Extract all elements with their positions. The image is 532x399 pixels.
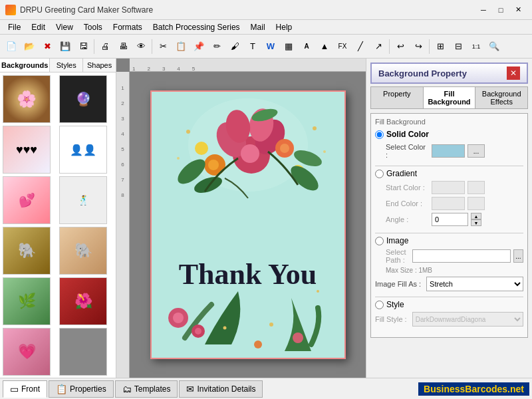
tab-front[interactable]: ▭ Front bbox=[3, 380, 47, 398]
image-label[interactable]: Image bbox=[386, 236, 408, 245]
tb-fx[interactable]: FX bbox=[334, 38, 351, 55]
angle-down-button[interactable]: ▼ bbox=[471, 219, 481, 226]
prop-tab-effects[interactable]: Background Effects bbox=[475, 87, 527, 108]
card-svg bbox=[152, 92, 344, 358]
svg-point-23 bbox=[177, 157, 180, 160]
tab-backgrounds[interactable]: Backgrounds bbox=[0, 59, 50, 72]
tb-align1[interactable]: ⊞ bbox=[432, 38, 449, 55]
ruler-num: 6 bbox=[121, 162, 124, 168]
menu-file[interactable]: File bbox=[3, 21, 26, 33]
menu-formats[interactable]: Formats bbox=[108, 21, 148, 33]
maximize-button[interactable]: □ bbox=[492, 3, 509, 17]
tb-close[interactable]: ✖ bbox=[39, 38, 56, 55]
ruler-mark: 1 bbox=[132, 66, 135, 72]
menu-mail[interactable]: Mail bbox=[245, 21, 271, 33]
tb-redo[interactable]: ↪ bbox=[410, 38, 427, 55]
tb-cut[interactable]: ✂ bbox=[154, 38, 172, 55]
bg-thumb-3[interactable]: ♥♥♥ bbox=[3, 126, 51, 174]
menu-tools[interactable]: Tools bbox=[78, 21, 108, 33]
tb-brush[interactable]: 🖌 bbox=[226, 38, 243, 55]
tb-zoom-fit[interactable]: 1:1 bbox=[467, 38, 485, 55]
svg-point-29 bbox=[173, 313, 184, 323]
gradient-label[interactable]: Gradient bbox=[386, 169, 417, 178]
ruler-mark: 4 bbox=[177, 66, 180, 72]
tb-barcode[interactable]: ▦ bbox=[280, 38, 297, 55]
bg-thumb-12[interactable] bbox=[59, 328, 107, 376]
gradient-radio[interactable] bbox=[375, 170, 384, 178]
bg-thumb-2[interactable]: 🔮 bbox=[59, 75, 107, 123]
tab-templates[interactable]: 🗂 Templates bbox=[115, 380, 178, 398]
minimize-button[interactable]: ─ bbox=[475, 3, 492, 17]
tb-paste[interactable]: 📌 bbox=[190, 38, 207, 55]
bg-property-close-button[interactable]: ✕ bbox=[507, 66, 520, 80]
fill-as-row: Image Fill As : Stretch Tile Center bbox=[375, 277, 523, 291]
bg-thumb-1[interactable]: 🌸 bbox=[3, 75, 51, 123]
tab-properties[interactable]: 📋 Properties bbox=[49, 380, 114, 398]
tb-save[interactable]: 💾 bbox=[57, 38, 74, 55]
tb-copy[interactable]: 📋 bbox=[172, 38, 190, 55]
fill-as-label: Image Fill As : bbox=[375, 280, 421, 288]
angle-label: Angle : bbox=[386, 215, 429, 223]
tb-zoom-in[interactable]: 🔍 bbox=[485, 38, 503, 55]
bg-thumb-5[interactable]: 💕 bbox=[3, 176, 51, 224]
tb-new[interactable]: 📄 bbox=[3, 38, 20, 55]
ruler-mark: 5 bbox=[192, 66, 195, 72]
style-label[interactable]: Style bbox=[386, 300, 404, 309]
tb-save2[interactable]: 🖫 bbox=[74, 38, 92, 55]
solid-color-picker-button[interactable]: ... bbox=[467, 144, 485, 158]
tb-word[interactable]: W bbox=[262, 38, 279, 55]
solid-color-label[interactable]: Solid Color bbox=[386, 130, 429, 139]
tb-shape[interactable]: ▲ bbox=[316, 38, 333, 55]
image-radio[interactable] bbox=[375, 237, 384, 245]
prop-tab-property[interactable]: Property bbox=[371, 87, 424, 108]
tb-preview[interactable]: 👁 bbox=[132, 38, 150, 55]
angle-spinner: ▲ ▼ bbox=[471, 213, 481, 226]
properties-icon: 📋 bbox=[56, 384, 67, 394]
bg-thumb-9[interactable]: 🌿 bbox=[3, 277, 51, 325]
bg-thumb-6[interactable]: 🕺 bbox=[59, 176, 107, 224]
tb-print[interactable]: 🖨 bbox=[96, 38, 114, 55]
menu-batch[interactable]: Batch Processing Series bbox=[148, 21, 245, 33]
tb-open[interactable]: 📂 bbox=[21, 38, 38, 55]
angle-input[interactable] bbox=[432, 213, 468, 226]
solid-color-radio[interactable] bbox=[375, 130, 384, 139]
tab-shapes[interactable]: Shapes bbox=[83, 59, 116, 72]
path-input[interactable] bbox=[412, 249, 511, 263]
svg-point-11 bbox=[280, 144, 289, 153]
angle-up-button[interactable]: ▲ bbox=[471, 213, 481, 219]
tb-print2[interactable]: 🖶 bbox=[114, 38, 132, 55]
tab-invitation[interactable]: ✉ Invitation Details bbox=[179, 380, 263, 398]
browse-button[interactable]: ... bbox=[513, 249, 523, 263]
thumbnail-grid: 🌸 🔮 ♥♥♥ 👤👤 💕 🕺 🐘 � bbox=[0, 72, 116, 378]
bg-thumb-8[interactable]: 🐘 bbox=[59, 227, 107, 275]
menu-view[interactable]: View bbox=[51, 21, 78, 33]
fill-as-select[interactable]: Stretch Tile Center bbox=[426, 277, 523, 291]
tb-text[interactable]: T bbox=[244, 38, 261, 55]
front-icon: ▭ bbox=[10, 384, 19, 394]
bg-thumb-10[interactable]: 🌺 bbox=[59, 277, 107, 325]
tb-align2[interactable]: ⊟ bbox=[450, 38, 467, 55]
svg-point-20 bbox=[186, 130, 190, 134]
canvas-area[interactable]: 1 2 3 4 5 1 2 3 4 5 6 7 8 bbox=[116, 59, 366, 378]
ruler-num: 2 bbox=[121, 100, 124, 106]
menu-edit[interactable]: Edit bbox=[26, 21, 51, 33]
bg-thumb-4[interactable]: 👤👤 bbox=[59, 126, 107, 174]
tb-text2[interactable]: A bbox=[298, 38, 315, 55]
tb-undo[interactable]: ↩ bbox=[392, 38, 409, 55]
bg-thumb-7[interactable]: 🐘 bbox=[3, 227, 51, 275]
tb-line[interactable]: ╱ bbox=[352, 38, 369, 55]
bg-thumb-11[interactable]: 💗 bbox=[3, 328, 51, 376]
tab-styles[interactable]: Styles bbox=[50, 59, 83, 72]
solid-color-swatch[interactable] bbox=[432, 144, 465, 158]
end-color-row: End Color : bbox=[375, 197, 523, 210]
close-window-button[interactable]: ✕ bbox=[509, 3, 527, 17]
ruler-num: 1 bbox=[121, 85, 124, 91]
end-color-btn bbox=[467, 197, 485, 210]
ruler-num: 7 bbox=[121, 177, 124, 183]
tb-pen[interactable]: ✏ bbox=[208, 38, 225, 55]
style-radio[interactable] bbox=[375, 301, 384, 309]
tb-arrow[interactable]: ↗ bbox=[370, 38, 387, 55]
prop-tab-fill[interactable]: Fill Background bbox=[424, 87, 476, 108]
menu-help[interactable]: Help bbox=[271, 21, 298, 33]
toolbar-sep2 bbox=[152, 39, 152, 54]
